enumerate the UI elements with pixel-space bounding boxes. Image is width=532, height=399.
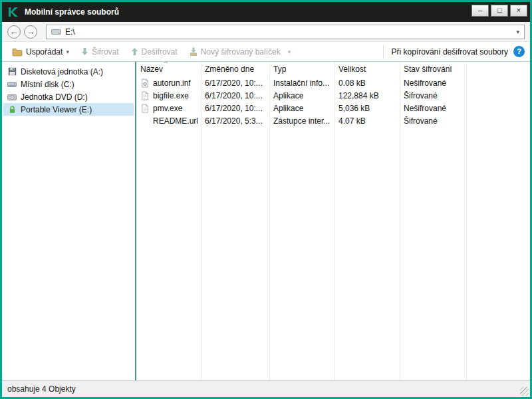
decrypt-on-copy-label: Při kopírování dešifrovat soubory (392, 47, 508, 57)
status-bar: obsahuje 4 Objekty (2, 380, 530, 397)
close-button[interactable]: × (510, 5, 527, 17)
file-name-cell: autorun.inf (136, 78, 201, 88)
organize-caret-icon: ▾ (66, 49, 69, 55)
file-size: 122,884 kB (334, 91, 400, 100)
list-header: ^ Název Změněno dne Typ Velikost Stav ši… (136, 62, 530, 76)
help-button[interactable]: ? (513, 46, 525, 57)
file-name-cell: pmv.exe (136, 104, 201, 113)
resize-grip[interactable] (520, 387, 529, 396)
file-icon (140, 91, 150, 100)
address-bar[interactable]: E:\ ▾ (46, 25, 525, 39)
file-encryption-status: Šifrované (400, 91, 466, 100)
address-dropdown-icon[interactable]: ▾ (516, 29, 519, 35)
title-bar: Mobilní správce souborů – □ × (2, 2, 530, 22)
new-package-caret-icon[interactable]: ▾ (288, 49, 291, 55)
column-header-status[interactable]: Stav šifrování (400, 62, 466, 76)
toolbar-separator (383, 45, 384, 59)
organize-label: Uspořádat (26, 47, 63, 57)
toolbar: Uspořádat ▾ Šifrovat Dešifrovat (2, 42, 530, 62)
decrypt-button[interactable]: Dešifrovat (126, 44, 182, 60)
forward-button[interactable]: → (24, 25, 37, 39)
file-type: Instalační info... (269, 78, 334, 88)
minimize-button[interactable]: – (471, 5, 489, 17)
kaspersky-logo-icon (7, 6, 19, 18)
app-window: Mobilní správce souborů – □ × ← → E:\ ▾ (0, 0, 532, 399)
file-name: README.url (153, 116, 198, 126)
file-encryption-status: Nešifrované (400, 78, 466, 88)
file-icon (140, 104, 150, 113)
file-modified: 6/17/2020, 10:... (201, 91, 269, 100)
dvd-drive-icon (7, 93, 17, 101)
sidebar-item-floppy-a[interactable]: Disketová jednotka (A:) (3, 65, 134, 78)
drive-icon (51, 28, 61, 35)
file-row[interactable]: README.url 6/17/2020, 5:3... Zástupce in… (136, 114, 530, 127)
sidebar-item-label: Disketová jednotka (A:) (21, 67, 103, 76)
file-size: 4.07 kB (334, 116, 400, 126)
decrypt-arrow-up-icon (131, 47, 138, 56)
file-size: 0.08 kB (334, 78, 400, 88)
lock-icon (7, 105, 17, 114)
file-type: Aplikace (269, 91, 334, 100)
sidebar-item-portable-viewer-e[interactable]: Portable Viewer (E:) (3, 103, 134, 116)
back-button[interactable]: ← (7, 25, 21, 39)
file-row[interactable]: bigfile.exe 6/17/2020, 10:... Aplikace 1… (136, 89, 530, 102)
file-modified: 6/17/2020, 10:... (201, 104, 269, 113)
column-header-type[interactable]: Typ (269, 62, 334, 76)
sidebar-item-dvd-drive-d[interactable]: Jednotka DVD (D:) (3, 90, 134, 103)
sidebar-item-local-disk-c[interactable]: Místní disk (C:) (3, 78, 134, 90)
file-modified: 6/17/2020, 10:... (201, 78, 269, 88)
file-list: ^ Název Změněno dne Typ Velikost Stav ši… (136, 62, 530, 380)
toolbar-right: Při kopírování dešifrovat soubory ? (380, 45, 525, 59)
new-package-label: Nový šifrovaný balíček (201, 47, 281, 57)
new-encrypted-package-button[interactable]: Nový šifrovaný balíček (185, 44, 285, 60)
encrypt-label: Šifrovat (92, 47, 119, 57)
window-title: Mobilní správce souborů (25, 7, 471, 17)
file-name-cell: README.url (136, 116, 201, 126)
decrypt-label: Dešifrovat (142, 47, 178, 57)
file-encryption-status: Nešifrované (400, 104, 466, 113)
package-arrow-down-icon (190, 47, 198, 56)
sidebar-item-label: Jednotka DVD (D:) (21, 92, 88, 102)
status-text: obsahuje 4 Objekty (7, 384, 76, 394)
organize-button[interactable]: Uspořádat ▾ (7, 44, 74, 60)
column-header-empty (466, 62, 530, 76)
file-size: 5,036 kB (334, 104, 400, 113)
content-area: Disketová jednotka (A:) Místní disk (C:) (2, 62, 530, 380)
file-row[interactable]: pmv.exe 6/17/2020, 10:... Aplikace 5,036… (136, 102, 530, 114)
navigation-bar: ← → E:\ ▾ (2, 22, 530, 42)
file-name: pmv.exe (153, 104, 182, 113)
maximize-button[interactable]: □ (491, 5, 508, 17)
column-header-name[interactable]: ^ Název (136, 62, 201, 76)
column-header-modified[interactable]: Změněno dne (201, 62, 269, 76)
floppy-icon (7, 67, 17, 76)
file-name: autorun.inf (153, 78, 191, 88)
hard-disk-icon (7, 80, 17, 88)
column-header-size[interactable]: Velikost (334, 62, 400, 76)
drive-tree-sidebar: Disketová jednotka (A:) Místní disk (C:) (2, 62, 135, 380)
file-encryption-status: Šifrované (400, 116, 466, 126)
sidebar-item-label: Portable Viewer (E:) (21, 105, 92, 114)
file-name: bigfile.exe (153, 91, 189, 100)
window-controls: – □ × (471, 2, 527, 17)
encrypt-arrow-down-icon (81, 47, 88, 56)
file-modified: 6/17/2020, 5:3... (201, 116, 269, 126)
encrypt-button[interactable]: Šifrovat (76, 44, 124, 60)
file-row[interactable]: autorun.inf 6/17/2020, 10:... Instalační… (136, 76, 530, 89)
file-type: Aplikace (269, 104, 334, 113)
setup-file-icon (140, 78, 150, 88)
folder-icon (12, 47, 23, 57)
file-type: Zástupce inter... (269, 116, 334, 126)
sidebar-item-label: Místní disk (C:) (21, 80, 74, 89)
file-name-cell: bigfile.exe (136, 91, 201, 100)
address-value: E:\ (65, 27, 75, 37)
sort-ascending-icon: ^ (164, 62, 168, 67)
